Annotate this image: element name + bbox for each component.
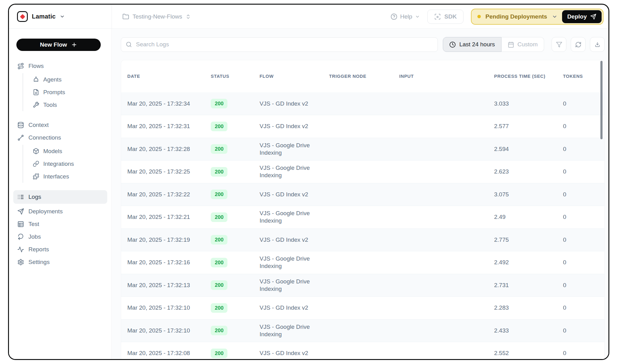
main-content: Last 24 hours Custom	[112, 29, 608, 359]
refresh-button[interactable]	[571, 37, 586, 52]
log-flow-cell: VJS - Google Drive Indexing	[260, 319, 329, 342]
time-range-control: Last 24 hours Custom	[443, 37, 544, 52]
log-row[interactable]: Mar 20, 2025 - 17:32:10 200 VJS - Google…	[121, 319, 604, 342]
log-row[interactable]: Mar 20, 2025 - 17:32:13 200 VJS - Google…	[121, 274, 604, 297]
sidebar-item-deployments[interactable]: Deployments	[9, 205, 112, 218]
log-status-cell: 200	[211, 274, 260, 297]
log-trigger-node-cell	[329, 319, 399, 342]
log-input-cell	[399, 251, 494, 274]
sidebar-item-label: Reports	[28, 246, 49, 253]
sidebar-item-tools[interactable]: Tools	[23, 98, 112, 111]
sidebar-item-label: Tools	[43, 102, 57, 108]
column-header: STATUS	[211, 60, 260, 92]
log-input-cell	[399, 342, 494, 359]
log-status-cell: 200	[211, 183, 260, 206]
logs-toolbar: Last 24 hours Custom	[121, 37, 605, 52]
search-icon	[126, 41, 132, 48]
status-badge: 200	[211, 212, 227, 222]
log-tokens-cell: 0	[563, 319, 604, 342]
log-row[interactable]: Mar 20, 2025 - 17:32:21 200 VJS - Google…	[121, 206, 604, 229]
sidebar-item-label: Integrations	[43, 161, 74, 167]
send-icon	[17, 208, 24, 215]
sidebar-item-connections[interactable]: Connections	[9, 131, 112, 144]
vertical-scrollbar[interactable]	[600, 61, 603, 139]
log-tokens-cell: 0	[563, 92, 604, 115]
log-trigger-node-cell	[329, 183, 399, 206]
funnel-icon	[556, 41, 562, 48]
log-row[interactable]: Mar 20, 2025 - 17:32:22 200 VJS - GD Ind…	[121, 183, 604, 206]
log-row[interactable]: Mar 20, 2025 - 17:32:31 200 VJS - GD Ind…	[121, 115, 604, 138]
log-input-cell	[399, 183, 494, 206]
new-flow-button[interactable]: New Flow	[16, 39, 101, 51]
logs-table-card: DATESTATUSFLOWTRIGGER NODEINPUTPROCESS T…	[121, 60, 605, 359]
bot-icon	[33, 76, 39, 83]
sidebar-item-agents[interactable]: Agents	[23, 73, 112, 86]
sidebar-item-interfaces[interactable]: Interfaces	[23, 170, 112, 183]
log-row[interactable]: Mar 20, 2025 - 17:32:34 200 VJS - GD Ind…	[121, 92, 604, 115]
sidebar-item-test[interactable]: Test	[9, 218, 112, 230]
status-badge: 200	[211, 167, 227, 177]
top-bar: Lamatic Testing-New-Flows Help SDK	[9, 5, 608, 29]
status-badge: 200	[211, 144, 227, 154]
column-header: INPUT	[399, 60, 494, 92]
search-box[interactable]	[121, 37, 438, 52]
screen: Lamatic Testing-New-Flows Help SDK	[0, 0, 618, 364]
sidebar-item-models[interactable]: Models	[23, 145, 112, 157]
log-row[interactable]: Mar 20, 2025 - 17:32:28 200 VJS - Google…	[121, 138, 604, 161]
project-selector[interactable]: Testing-New-Flows	[122, 13, 191, 20]
sidebar-item-label: Interfaces	[43, 173, 69, 180]
log-tokens-cell: 0	[563, 115, 604, 138]
sidebar-item-flows[interactable]: Flows	[9, 60, 112, 72]
log-date-cell: Mar 20, 2025 - 17:32:19	[121, 228, 211, 251]
column-header: FLOW	[260, 60, 329, 92]
status-badge: 200	[211, 235, 227, 245]
log-row[interactable]: Mar 20, 2025 - 17:32:10 200 VJS - GD Ind…	[121, 297, 604, 320]
range-last-24-hours[interactable]: Last 24 hours	[443, 37, 501, 52]
log-row[interactable]: Mar 20, 2025 - 17:32:08 200 VJS - GD Ind…	[121, 342, 604, 359]
chevron-down-icon[interactable]	[552, 14, 557, 19]
log-trigger-node-cell	[329, 138, 399, 161]
status-badge: 200	[211, 258, 227, 267]
sidebar-item-reports[interactable]: Reports	[9, 243, 112, 256]
deploy-button[interactable]: Deploy	[562, 10, 602, 23]
connections-subgroup: Models Integrations Interfaces	[23, 145, 112, 183]
workspace-switcher[interactable]: Lamatic	[9, 11, 112, 22]
log-process-time-cell: 2.594	[494, 138, 563, 161]
log-row[interactable]: Mar 20, 2025 - 17:32:16 200 VJS - Google…	[121, 251, 604, 274]
sidebar-item-settings[interactable]: Settings	[9, 256, 112, 268]
log-trigger-node-cell	[329, 206, 399, 229]
log-row[interactable]: Mar 20, 2025 - 17:32:19 200 VJS - GD Ind…	[121, 228, 604, 251]
log-flow-cell: VJS - GD Index v2	[260, 92, 329, 115]
log-flow-cell: VJS - GD Index v2	[260, 228, 329, 251]
sidebar-item-integrations[interactable]: Integrations	[23, 157, 112, 170]
help-menu[interactable]: Help	[391, 13, 420, 20]
log-date-cell: Mar 20, 2025 - 17:32:08	[121, 342, 211, 359]
download-button[interactable]	[590, 37, 605, 52]
log-input-cell	[399, 161, 494, 183]
log-process-time-cell: 2.552	[494, 342, 563, 359]
log-process-time-cell: 3.075	[494, 183, 563, 206]
log-input-cell	[399, 274, 494, 297]
sidebar-item-prompts[interactable]: Prompts	[23, 86, 112, 98]
log-status-cell: 200	[211, 138, 260, 161]
gear-icon	[17, 259, 24, 266]
log-date-cell: Mar 20, 2025 - 17:32:13	[121, 274, 211, 297]
filter-button[interactable]	[552, 37, 566, 52]
iteration-icon	[17, 233, 24, 240]
sidebar-item-jobs[interactable]: Jobs	[9, 230, 112, 243]
topbar-actions: Help SDK Pending Deployments Deploy	[391, 9, 608, 25]
log-tokens-cell: 0	[563, 297, 604, 320]
log-row[interactable]: Mar 20, 2025 - 17:32:25 200 VJS - Google…	[121, 161, 604, 183]
search-input[interactable]	[136, 41, 433, 48]
status-badge: 200	[211, 190, 227, 199]
sdk-button[interactable]: SDK	[427, 10, 464, 24]
range-custom[interactable]: Custom	[502, 37, 544, 52]
refresh-icon	[575, 41, 582, 48]
sidebar: New Flow Flows Agents Prompts	[9, 5, 112, 359]
sidebar-item-label: Jobs	[28, 233, 41, 240]
pending-deployments-pill[interactable]: Pending Deployments Deploy	[471, 9, 603, 25]
sidebar-item-logs[interactable]: Logs	[13, 190, 107, 204]
send-icon	[590, 14, 596, 20]
log-status-cell: 200	[211, 319, 260, 342]
sidebar-item-context[interactable]: Context	[9, 119, 112, 131]
